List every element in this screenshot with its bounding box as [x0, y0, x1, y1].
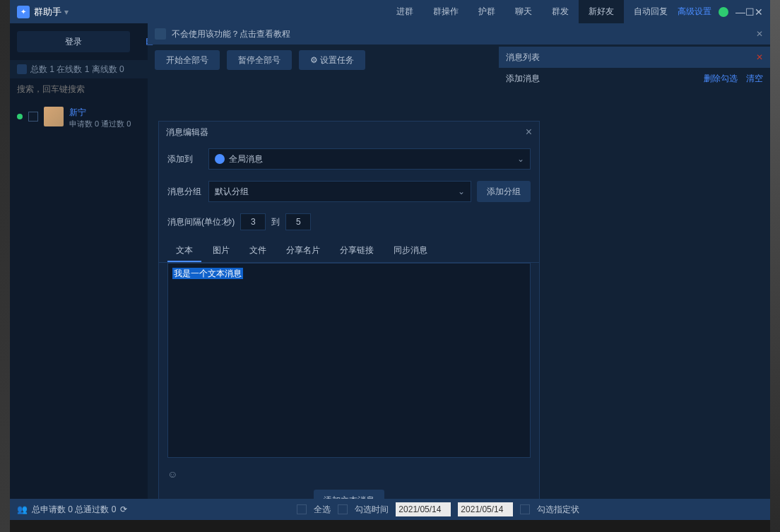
account-substats: 申请数 0 通过数 0 [69, 119, 131, 129]
app-icon: ✦ [17, 6, 30, 18]
help-close-icon[interactable]: ✕ [756, 29, 763, 39]
group-select[interactable]: 默认分组 ⌄ [208, 181, 471, 202]
search-bar [10, 78, 148, 100]
account-name: 新宁 [69, 107, 131, 119]
editor-tab-sync[interactable]: 同步消息 [385, 240, 436, 262]
stats-icon [17, 64, 27, 74]
group-value: 默认分组 [215, 186, 249, 198]
message-list-panel: 消息列表 ✕ 添加消息 删除勾选 清空 [499, 47, 770, 89]
interval-row: 消息间隔(单位:秒) 到 [159, 208, 539, 236]
chevron-down-icon: ⌄ [458, 187, 465, 196]
bottom-bar: 👥 总申请数 0 总通过数 0 ⟳ 全选 勾选时间 勾选指定状 [10, 499, 770, 520]
editor-title: 消息编辑器 [166, 126, 208, 138]
task-settings-button[interactable]: 设置任务 [299, 50, 365, 70]
add-to-row: 添加到 全局消息 ⌄ [159, 143, 539, 175]
message-editor-panel: 消息编辑器 × 添加到 全局消息 ⌄ 消息分组 默认分组 ⌄ 添加分组 [158, 121, 540, 516]
textarea-content: 我是一个文本消息 [172, 268, 243, 279]
stats-text: 总数 1 在线数 1 离线数 0 [30, 64, 124, 76]
scope-icon [215, 154, 225, 164]
editor-tab-image[interactable]: 图片 [204, 240, 238, 262]
minimize-button[interactable]: — [735, 6, 745, 18]
group-row: 消息分组 默认分组 ⌄ 添加分组 [159, 175, 539, 208]
login-button[interactable]: 登录 [17, 31, 130, 52]
advanced-settings-link[interactable]: 高级设置 [678, 6, 711, 18]
account-checkbox[interactable] [28, 112, 38, 122]
title-dropdown-icon[interactable]: ▾ [64, 7, 69, 17]
select-state-label: 勾选指定状 [537, 504, 579, 516]
add-group-button[interactable]: 添加分组 [477, 181, 531, 202]
message-textarea[interactable]: 我是一个文本消息 [167, 263, 531, 458]
nav-tab-3[interactable]: 聊天 [505, 0, 542, 23]
start-all-button[interactable]: 开始全部号 [155, 50, 220, 70]
nav-tab-0[interactable]: 进群 [386, 0, 423, 23]
editor-header: 消息编辑器 × [159, 122, 539, 143]
user-stats-icon: 👥 [17, 504, 28, 514]
account-item[interactable]: 新宁 申请数 0 通过数 0 [10, 100, 148, 136]
editor-tabs: 文本 图片 文件 分享名片 分享链接 同步消息 [159, 236, 539, 263]
help-icon [155, 28, 166, 40]
select-state-checkbox[interactable] [520, 504, 530, 514]
editor-tab-link[interactable]: 分享链接 [331, 240, 382, 262]
message-list-close-icon[interactable]: ✕ [756, 52, 763, 62]
nav-tab-2[interactable]: 护群 [468, 0, 505, 23]
editor-tab-text[interactable]: 文本 [167, 240, 201, 262]
help-bar[interactable]: 不会使用该功能？点击查看教程 ✕ [148, 23, 770, 45]
interval-from-input[interactable] [240, 213, 266, 230]
login-section: 登录 ▦ ☁ [10, 23, 148, 60]
message-list-title: 消息列表 [506, 52, 540, 64]
globe-icon[interactable] [719, 7, 728, 17]
select-time-checkbox[interactable] [338, 504, 348, 514]
interval-label: 消息间隔(单位:秒) [167, 216, 235, 228]
avatar [44, 107, 64, 126]
group-label: 消息分组 [167, 186, 203, 198]
delete-selected-link[interactable]: 删除勾选 [704, 73, 738, 85]
select-all-checkbox[interactable] [297, 504, 307, 514]
emoji-row: ☺ [159, 463, 539, 485]
add-to-label: 添加到 [167, 153, 203, 165]
close-button[interactable]: ✕ [755, 6, 763, 18]
titlebar: ✦ 群助手 ▾ 进群 群操作 护群 聊天 群发 新好友 自动回复 高级设置 — … [10, 0, 770, 23]
nav-tab-5[interactable]: 新好友 [579, 0, 624, 23]
app-window: ✦ 群助手 ▾ 进群 群操作 护群 聊天 群发 新好友 自动回复 高级设置 — … [10, 0, 770, 520]
editor-tab-file[interactable]: 文件 [241, 240, 275, 262]
select-all-label: 全选 [314, 504, 331, 516]
help-text: 不会使用该功能？点击查看教程 [172, 28, 290, 40]
pause-all-button[interactable]: 暂停全部号 [227, 50, 292, 70]
clear-link[interactable]: 清空 [746, 73, 763, 85]
chevron-down-icon: ⌄ [517, 154, 524, 164]
add-to-select[interactable]: 全局消息 ⌄ [208, 148, 531, 170]
date-to-input[interactable] [458, 502, 513, 516]
date-from-input[interactable] [396, 502, 451, 516]
refresh-icon[interactable]: ⟳ [120, 504, 127, 514]
message-list-header: 消息列表 ✕ [499, 47, 770, 68]
message-list-toolbar: 添加消息 删除勾选 清空 [499, 68, 770, 89]
search-input[interactable] [17, 84, 141, 94]
add-message-link[interactable]: 添加消息 [506, 73, 540, 85]
nav-tab-4[interactable]: 群发 [542, 0, 579, 23]
nav-tab-6[interactable]: 自动回复 [624, 0, 678, 23]
maximize-button[interactable]: ☐ [745, 6, 755, 18]
body-area: 登录 ▦ ☁ 总数 1 在线数 1 离线数 0 新宁 申请数 0 通过数 0 [10, 23, 770, 520]
interval-to-label: 到 [271, 216, 280, 228]
emoji-icon[interactable]: ☺ [167, 468, 177, 480]
bottom-stats: 总申请数 0 总通过数 0 [32, 504, 116, 516]
online-status-icon [17, 114, 23, 119]
editor-close-icon[interactable]: × [526, 126, 532, 138]
nav-tab-1[interactable]: 群操作 [423, 0, 468, 23]
editor-tab-card[interactable]: 分享名片 [278, 240, 329, 262]
account-stats: 总数 1 在线数 1 离线数 0 [10, 60, 148, 78]
select-time-label: 勾选时间 [355, 504, 389, 516]
add-to-value: 全局消息 [229, 153, 263, 165]
interval-to-input[interactable] [285, 213, 311, 230]
app-title: 群助手 [34, 6, 61, 18]
sidebar: 登录 ▦ ☁ 总数 1 在线数 1 离线数 0 新宁 申请数 0 通过数 0 [10, 23, 148, 520]
